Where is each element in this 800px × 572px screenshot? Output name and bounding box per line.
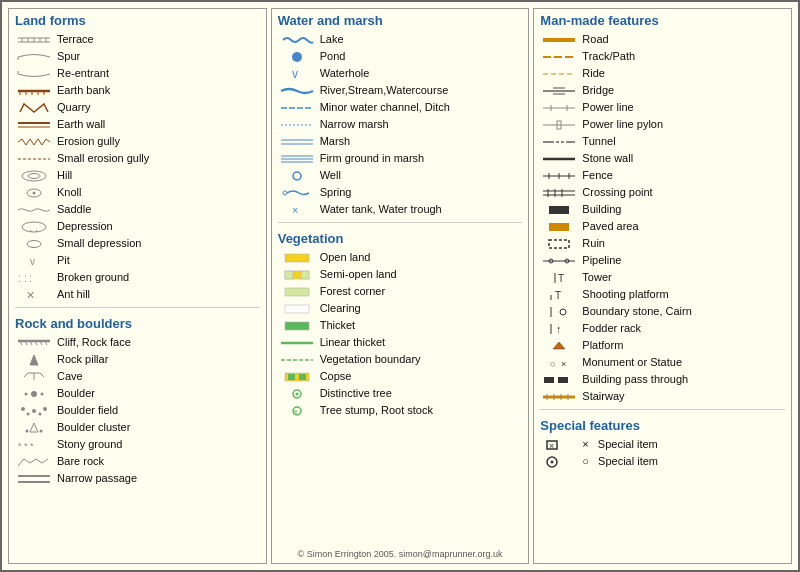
section-title-special: Special features <box>540 418 785 433</box>
item-label: Bridge <box>582 84 614 97</box>
item-label: Tree stump, Root stock <box>320 404 433 417</box>
list-item: Distinctive tree <box>278 386 523 402</box>
svg-rect-67 <box>285 271 293 279</box>
svg-point-132 <box>551 461 554 464</box>
list-item: Cliff, Rock face <box>15 335 260 351</box>
powerlinepylon-symbol <box>540 118 578 132</box>
item-label: Water tank, Water trough <box>320 203 442 216</box>
list-item: Copse <box>278 369 523 385</box>
item-label: Thicket <box>320 319 355 332</box>
svg-text:×: × <box>549 441 554 451</box>
list-item: Narrow passage <box>15 471 260 487</box>
svg-point-42 <box>21 407 25 411</box>
list-item: Hill <box>15 168 260 184</box>
list-item: Quarry <box>15 100 260 116</box>
list-item: Vegetation boundary <box>278 352 523 368</box>
list-item: Road <box>540 32 785 48</box>
list-item: Spur <box>15 49 260 65</box>
list-item: Paved area <box>540 219 785 235</box>
boundarycairn-symbol <box>540 305 578 319</box>
list-item: × Water tank, Water trough <box>278 202 523 218</box>
svg-point-21 <box>33 192 36 195</box>
list-item: Forest corner <box>278 284 523 300</box>
svg-rect-105 <box>549 206 569 214</box>
list-item: Bridge <box>540 83 785 99</box>
section-title-rock: Rock and boulders <box>15 316 260 331</box>
boulderfield-symbol <box>15 404 53 418</box>
item-label: Earth wall <box>57 118 105 131</box>
list-item: Earth bank <box>15 83 260 99</box>
svg-marker-119 <box>553 342 565 349</box>
list-item: Pipeline <box>540 253 785 269</box>
item-label: Small erosion gully <box>57 152 149 165</box>
item-label: Boulder field <box>57 404 118 417</box>
list-item: Rock pillar <box>15 352 260 368</box>
list-item: Erosion gully <box>15 134 260 150</box>
svg-text:○: ○ <box>550 359 555 369</box>
list-item: Ride <box>540 66 785 82</box>
section-title-manmade: Man-made features <box>540 13 785 28</box>
list-item: Boulder <box>15 386 260 402</box>
ride-symbol <box>540 67 578 81</box>
item-label: Vegetation boundary <box>320 353 421 366</box>
list-item: Platform <box>540 338 785 354</box>
main-page: Land forms Terrace Spur Re-entrant <box>0 0 800 572</box>
list-item: Re-entrant <box>15 66 260 82</box>
list-item: Earth wall <box>15 117 260 133</box>
svg-text:v: v <box>292 67 298 81</box>
boulder-symbol <box>15 387 53 401</box>
earthwall-symbol <box>15 118 53 132</box>
platform-symbol <box>540 339 578 353</box>
list-item: ○× Monument or Statue <box>540 355 785 371</box>
item-label: Copse <box>320 370 352 383</box>
svg-point-63 <box>283 191 287 195</box>
item-label: Knoll <box>57 186 81 199</box>
list-item: × × Special item <box>540 437 785 453</box>
distinctivetree-symbol <box>278 387 316 401</box>
list-item: Marsh <box>278 134 523 150</box>
item-label: Ant hill <box>57 288 90 301</box>
knoll-symbol <box>15 186 53 200</box>
svg-point-49 <box>40 430 43 433</box>
clearing-symbol <box>278 302 316 316</box>
item-label: Spur <box>57 50 80 63</box>
monument-symbol: ○× <box>540 356 578 370</box>
fence-symbol <box>540 169 578 183</box>
item-label: Clearing <box>320 302 361 315</box>
list-item: Cave <box>15 369 260 385</box>
item-label: Tower <box>582 271 611 284</box>
list-item: Firm ground in marsh <box>278 151 523 167</box>
pipeline-symbol <box>540 254 578 268</box>
item-label: × Special item <box>582 438 657 451</box>
section-title-water: Water and marsh <box>278 13 523 28</box>
item-label: Lake <box>320 33 344 46</box>
river-symbol <box>278 84 316 98</box>
item-label: Stairway <box>582 390 624 403</box>
section-divider <box>540 409 785 410</box>
item-label: Marsh <box>320 135 351 148</box>
item-label: Shooting platform <box>582 288 668 301</box>
svg-rect-122 <box>544 377 554 383</box>
list-item: Open land <box>278 250 523 266</box>
svg-text:v: v <box>30 256 35 267</box>
watertank-symbol: × <box>278 203 316 217</box>
item-label: Pipeline <box>582 254 621 267</box>
svg-rect-71 <box>285 322 309 330</box>
list-item: Small erosion gully <box>15 151 260 167</box>
copse-symbol <box>278 370 316 384</box>
cave-symbol <box>15 370 53 384</box>
list-item: Stone wall <box>540 151 785 167</box>
svg-rect-75 <box>288 374 295 380</box>
list-item: Building pass through <box>540 372 785 388</box>
item-label: Boulder cluster <box>57 421 130 434</box>
tower-symbol: T <box>540 271 578 285</box>
list-item: Fence <box>540 168 785 184</box>
list-item: Boulder cluster <box>15 420 260 436</box>
svg-point-22 <box>22 222 46 232</box>
footer-text: © Simon Errington 2005. simon@maprunner.… <box>278 545 523 559</box>
item-label: Ruin <box>582 237 605 250</box>
section-title-vegetation: Vegetation <box>278 231 523 246</box>
rockpillar-symbol <box>15 353 53 367</box>
item-label: Narrow marsh <box>320 118 389 131</box>
svg-point-25 <box>27 241 41 248</box>
